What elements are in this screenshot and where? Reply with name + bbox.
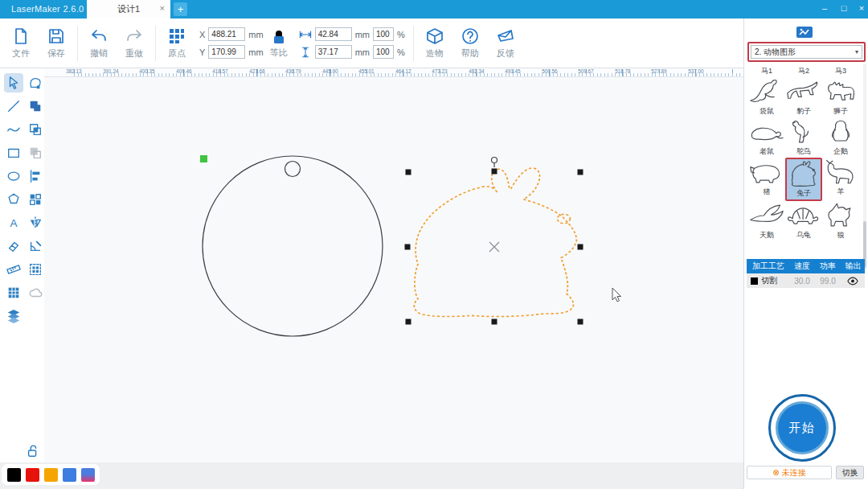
gallery-item-sheep[interactable]: 羊 — [822, 158, 859, 201]
category-dropdown[interactable]: 2. 动物图形 ▾ — [751, 45, 862, 59]
y-position-input[interactable] — [208, 45, 245, 59]
pig-icon — [749, 158, 784, 186]
gallery-item-horse1[interactable]: 马1 — [748, 64, 785, 77]
gallery-item-penguin[interactable]: 企鹅 — [822, 117, 859, 158]
undo-button[interactable]: 撤销 — [81, 27, 117, 60]
build-button[interactable]: 造物 — [417, 27, 452, 60]
header-power[interactable]: 功率 — [814, 261, 841, 272]
x-label: X — [199, 30, 205, 39]
header-process[interactable]: 加工工艺 — [747, 261, 790, 272]
feedback-button[interactable]: 反馈 — [488, 27, 523, 60]
gallery-item-wolf[interactable]: 狼 — [822, 201, 859, 241]
save-icon — [47, 27, 65, 45]
new-tab-button[interactable]: + — [174, 2, 187, 16]
height-icon — [299, 47, 312, 58]
ruler-tool-icon[interactable] — [4, 260, 23, 279]
gallery-item-rabbit-selected[interactable]: 兔子 — [785, 158, 822, 201]
close-icon[interactable]: × — [855, 3, 868, 13]
gallery-item-pig[interactable]: 猪 — [748, 158, 785, 201]
grid-tool-icon[interactable] — [4, 283, 23, 302]
tab-design1[interactable]: 设计1 × — [87, 0, 170, 18]
file-icon — [12, 27, 30, 45]
process-table-header: 加工工艺 速度 功率 输出 — [747, 259, 865, 273]
gallery-item-horse3[interactable]: 马3 — [822, 64, 859, 77]
process-row-cut[interactable]: 切割 30.0 99.0 — [747, 273, 865, 288]
cloud-tool-icon[interactable] — [26, 283, 45, 302]
header-output[interactable]: 输出 — [841, 261, 865, 272]
leopard-icon — [786, 78, 821, 105]
sheep-icon — [823, 158, 858, 186]
width-percent-input[interactable] — [373, 27, 394, 41]
maximize-icon[interactable]: □ — [837, 3, 850, 13]
ruler-label: 491.45 — [501, 68, 526, 73]
gallery-item-mouse[interactable]: 老鼠 — [748, 117, 785, 158]
palette-red-swatch[interactable] — [26, 468, 39, 482]
animal-gallery: 马1 马2 马3 袋鼠 豹子 狮子 老鼠 — [748, 64, 859, 241]
eraser-tool-icon[interactable] — [4, 236, 23, 256]
rectangle-tool-icon[interactable] — [4, 143, 23, 162]
array-copy-tool-icon[interactable] — [26, 260, 45, 279]
annotation-red-box: 2. 动物图形 ▾ — [747, 42, 866, 62]
design-canvas[interactable] — [44, 77, 743, 462]
ruler-label: 445.90 — [317, 68, 342, 73]
x-position-input[interactable] — [208, 27, 245, 41]
lock-open-icon[interactable] — [26, 443, 40, 461]
height-percent-input[interactable] — [373, 45, 394, 59]
palette-blue-swatch[interactable] — [63, 468, 76, 482]
save-button[interactable]: 保存 — [39, 27, 74, 60]
select-tool-icon[interactable] — [4, 73, 23, 92]
tab-close-icon[interactable]: × — [160, 3, 165, 13]
help-button[interactable]: 帮助 — [452, 27, 488, 60]
combine-tool-icon[interactable] — [26, 120, 45, 139]
cube-icon — [425, 27, 444, 45]
ellipse-tool-icon[interactable] — [4, 166, 23, 186]
curve-tool-icon[interactable] — [4, 120, 23, 139]
ruler-label: 418.57 — [208, 68, 233, 73]
layers-tool-icon[interactable] — [4, 306, 23, 326]
align-tool-icon[interactable] — [26, 166, 45, 186]
process-name: 切割 — [761, 275, 790, 286]
gallery-item-lion[interactable]: 狮子 — [822, 77, 859, 117]
mirror-tool-icon[interactable] — [26, 213, 45, 232]
file-button[interactable]: 文件 — [3, 27, 39, 60]
width-input[interactable] — [315, 27, 352, 41]
start-button[interactable]: 开始 — [768, 394, 836, 462]
gallery-item-swan[interactable]: 天鹅 — [748, 201, 785, 241]
left-tool-panel: A — [0, 68, 44, 462]
origin-button[interactable]: 原点 — [159, 27, 194, 60]
gallery-item-ostrich[interactable]: 鸵鸟 — [785, 117, 822, 158]
proportional-lock-button[interactable]: 等比 — [270, 28, 288, 59]
height-input[interactable] — [315, 45, 352, 59]
gallery-item-kangaroo[interactable]: 袋鼠 — [748, 77, 785, 117]
gallery-item-turtle[interactable]: 乌龟 — [785, 201, 822, 241]
palette-gradient-swatch[interactable] — [81, 468, 95, 482]
eye-icon[interactable] — [847, 277, 858, 286]
width-icon — [299, 29, 312, 40]
angle-measure-tool-icon[interactable] — [26, 236, 45, 256]
subtract-tool-icon[interactable] — [26, 143, 45, 162]
title-bar: LaserMaker 2.6.0 设计1 × + – □ × — [0, 0, 868, 18]
toolbar-separator — [155, 26, 156, 61]
weld-union-tool-icon[interactable] — [26, 97, 45, 116]
ruler-label: 527.89 — [647, 68, 672, 73]
palette-orange-swatch[interactable] — [44, 468, 58, 482]
palette-black-swatch[interactable] — [7, 468, 21, 482]
line-tool-icon[interactable] — [4, 97, 23, 116]
gallery-item-leopard[interactable]: 豹子 — [785, 77, 822, 117]
text-tool-icon[interactable]: A — [4, 213, 23, 232]
header-speed[interactable]: 速度 — [790, 261, 814, 272]
redo-button[interactable]: 重做 — [117, 27, 152, 60]
rabbit-outline-shape[interactable] — [414, 168, 576, 317]
array-tool-icon[interactable] — [26, 190, 45, 209]
minimize-icon[interactable]: – — [818, 3, 831, 13]
ruler-label: 455.01 — [354, 68, 379, 73]
connection-status: ⊗ 未连接 — [747, 466, 832, 479]
gallery-item-horse2[interactable]: 马2 — [785, 64, 822, 77]
node-edit-tool-icon[interactable] — [26, 73, 45, 92]
gallery-scrollbar[interactable] — [863, 64, 866, 269]
switch-device-button[interactable]: 切换 — [836, 466, 864, 479]
polygon-tool-icon[interactable] — [4, 190, 23, 209]
rotation-handle[interactable] — [492, 158, 497, 168]
circle-tag-shape[interactable] — [203, 156, 383, 336]
swan-icon — [749, 202, 784, 229]
